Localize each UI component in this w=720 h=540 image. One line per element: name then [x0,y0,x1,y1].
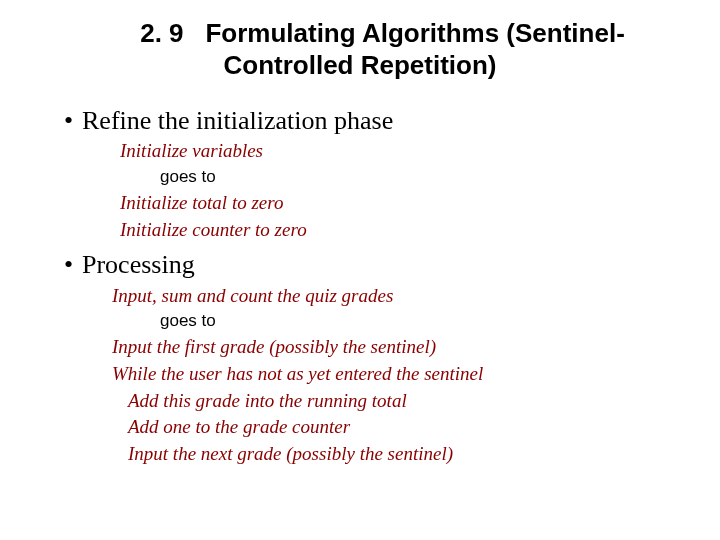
bullet-text: Refine the initialization phase [82,106,393,135]
pseudocode-line: Add one to the grade counter [64,415,664,440]
bullet-dot-icon: • [64,104,82,137]
goes-to-label: goes to [64,166,664,189]
slide-heading: 2. 9 Formulating Algorithms (Sentinel- C… [0,18,720,81]
bullet-level1: •Processing [64,248,664,281]
bullet-dot-icon: • [64,248,82,281]
pseudocode-line: Initialize counter to zero [64,218,664,243]
pseudocode-line: Input, sum and count the quiz grades [64,284,664,309]
pseudocode-line: Add this grade into the running total [64,389,664,414]
bullet-text: Processing [82,250,195,279]
section-number: 2. 9 [95,18,198,50]
slide: 2. 9 Formulating Algorithms (Sentinel- C… [0,0,720,540]
pseudocode-line: Input the first grade (possibly the sent… [64,335,664,360]
pseudocode-line: Input the next grade (possibly the senti… [64,442,664,467]
heading-title-line2: Controlled Repetition) [224,50,497,80]
heading-inner: 2. 9 Formulating Algorithms (Sentinel- C… [60,18,660,81]
bullet-level1: •Refine the initialization phase [64,104,664,137]
heading-title-line1: Formulating Algorithms (Sentinel- [205,18,624,48]
pseudocode-line: Initialize total to zero [64,191,664,216]
pseudocode-line: Initialize variables [64,139,664,164]
slide-body: •Refine the initialization phase Initial… [64,98,664,468]
goes-to-label: goes to [64,310,664,333]
pseudocode-line: While the user has not as yet entered th… [64,362,664,387]
